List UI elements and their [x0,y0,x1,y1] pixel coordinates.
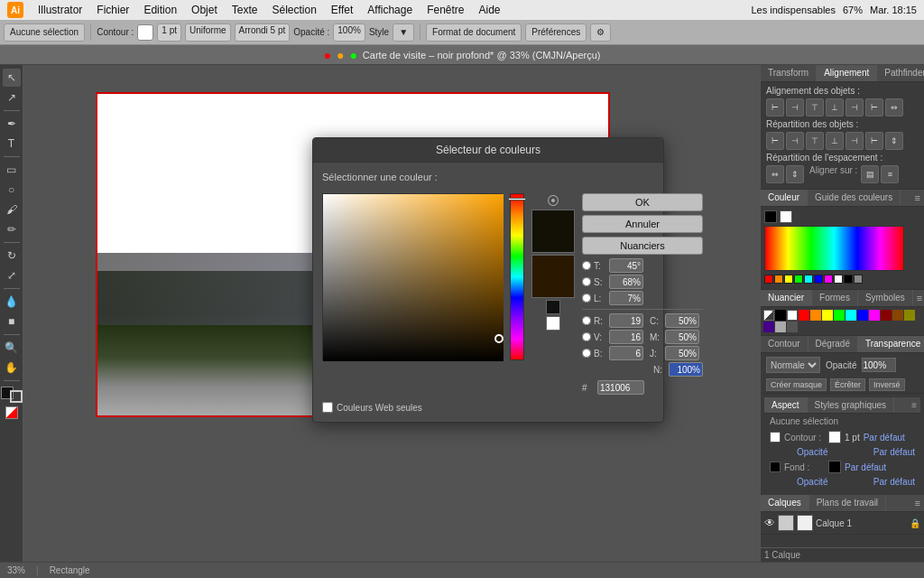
extra-btn[interactable]: ⚙ [590,23,611,42]
create-mask-btn[interactable]: Créer masque [766,378,827,391]
nuancier-swatch-darkred[interactable] [881,310,892,321]
menu-texte[interactable]: Texte [232,4,258,16]
tool-text[interactable]: T [3,135,21,153]
nuancier-swatch-brown[interactable] [892,310,903,321]
tool-direct-select[interactable]: ↗ [3,89,21,107]
align-center-h[interactable]: ⊣ [786,98,804,117]
nuancier-swatch-yellow[interactable] [822,310,833,321]
align-on-btn[interactable]: ▤ [861,165,879,183]
menu-objet[interactable]: Objet [191,4,217,16]
preferences-btn[interactable]: Préférences [525,23,587,42]
fond-default-link[interactable]: Par défaut [845,462,886,472]
swatch-orange[interactable] [774,275,783,284]
tab-contour[interactable]: Contour [761,336,808,352]
tool-ellipse[interactable]: ○ [3,181,21,199]
menu-aide[interactable]: Aide [478,4,500,16]
tool-brush[interactable]: 🖌 [3,200,21,219]
swatch-black-s[interactable] [844,275,853,284]
contour-color-swatch[interactable] [770,432,781,443]
tool-pen[interactable]: ✒ [3,115,21,133]
none-color[interactable] [5,406,18,419]
swatch-white-s[interactable] [834,275,843,284]
fond-color-box[interactable] [828,461,841,473]
tab-alignement[interactable]: Alignement [817,65,877,81]
color-gradient-square[interactable] [322,193,503,360]
aspect-menu-icon[interactable]: ≡ [908,397,920,413]
tool-rectangle[interactable]: ▭ [3,161,21,179]
tab-transform[interactable]: Transform [761,65,817,81]
nuancier-swatch-dgray[interactable] [787,322,798,332]
menu-selection[interactable]: Sélection [272,4,316,16]
format-document-btn[interactable]: Format de document [426,23,522,42]
radio-B[interactable] [582,349,591,358]
align-right[interactable]: ⊤ [806,98,824,117]
nuancier-swatch-olive[interactable] [904,310,915,321]
fond-opacity-label[interactable]: Opacité [797,477,827,487]
nuancier-swatch-black[interactable] [775,310,786,321]
dist-bottom[interactable]: ⊢ [865,132,883,150]
eyedropper-icon[interactable]: ⦿ [547,193,559,208]
nuancier-swatch-green[interactable] [834,310,845,321]
radio-T[interactable] [582,261,591,270]
menu-fichier[interactable]: Fichier [97,4,129,16]
nuancier-swatch-cyan[interactable] [845,310,856,321]
tool-zoom[interactable]: 🔍 [3,339,21,357]
hex-input[interactable] [597,380,644,395]
align-top[interactable]: ⊥ [826,98,844,117]
swatch-red[interactable] [764,275,773,284]
field-J[interactable] [665,346,699,360]
tab-plans[interactable]: Plans de travail [809,495,886,511]
nuancier-swatch-purple[interactable] [763,322,774,332]
swatch-green[interactable] [794,275,803,284]
fg-color-swatch[interactable] [764,210,777,223]
menu-illustrator[interactable]: Illustrator [38,4,82,16]
ok-button[interactable]: OK [582,193,703,211]
field-M[interactable] [665,330,699,344]
radio-S[interactable] [582,277,591,286]
nuancier-swatch-red[interactable] [799,310,809,321]
hue-slider[interactable] [510,193,524,360]
tab-nuancier[interactable]: Nuancier [761,290,812,306]
nuancier-menu-icon[interactable]: ≡ [913,290,924,306]
tool-gradient[interactable]: ■ [3,312,21,331]
radio-R[interactable] [582,316,591,325]
dist-space-v[interactable]: ⇕ [786,165,804,183]
radio-V[interactable] [582,332,591,341]
align-center-v[interactable]: ⊣ [845,98,864,117]
field-T[interactable] [609,258,643,273]
tab-pathfinder[interactable]: Pathfinder [877,65,924,81]
nuancier-swatch-orange[interactable] [810,310,821,321]
corner-select[interactable]: Arrondi 5 pt [235,23,291,42]
dist-left[interactable]: ⊢ [766,132,784,150]
swatch-blue[interactable] [814,275,823,284]
field-B[interactable] [609,346,643,360]
web-colors-checkbox[interactable] [322,402,333,413]
dist-center-v[interactable]: ⊣ [845,132,864,150]
tool-rotate[interactable]: ↻ [3,247,21,265]
ecreter-btn[interactable]: Écrêter [830,378,865,391]
field-N[interactable] [669,362,703,377]
nuancier-swatch-blue[interactable] [857,310,868,321]
swatch-yellow[interactable] [784,275,793,284]
tab-styles-graphiques[interactable]: Styles graphiques [808,397,895,413]
align-extra[interactable]: ⇔ [885,98,903,117]
tab-calques[interactable]: Calques [761,495,809,511]
tool-hand[interactable]: ✋ [3,359,21,377]
tool-eyedropper[interactable]: 💧 [3,293,21,311]
swatch-cyan[interactable] [804,275,813,284]
inverse-btn[interactable]: Inversé [869,378,905,391]
dist-right[interactable]: ⊤ [806,132,824,150]
field-L[interactable] [609,291,643,305]
field-C[interactable] [665,313,699,328]
nuancier-swatch-white[interactable] [787,310,798,321]
stroke-color[interactable] [10,390,23,403]
tab-aspect[interactable]: Aspect [764,397,808,413]
opacity-default-link[interactable]: Par défaut [873,447,915,457]
field-S[interactable] [609,275,643,289]
opacity-aspect-label[interactable]: Opacité [797,447,827,457]
tab-couleur[interactable]: Couleur [761,190,808,206]
menu-effet[interactable]: Effet [331,4,353,16]
menu-affichage[interactable]: Affichage [367,4,412,16]
nuancier-swatch-magenta[interactable] [869,310,880,321]
tab-degrade[interactable]: Dégradé [808,336,858,352]
